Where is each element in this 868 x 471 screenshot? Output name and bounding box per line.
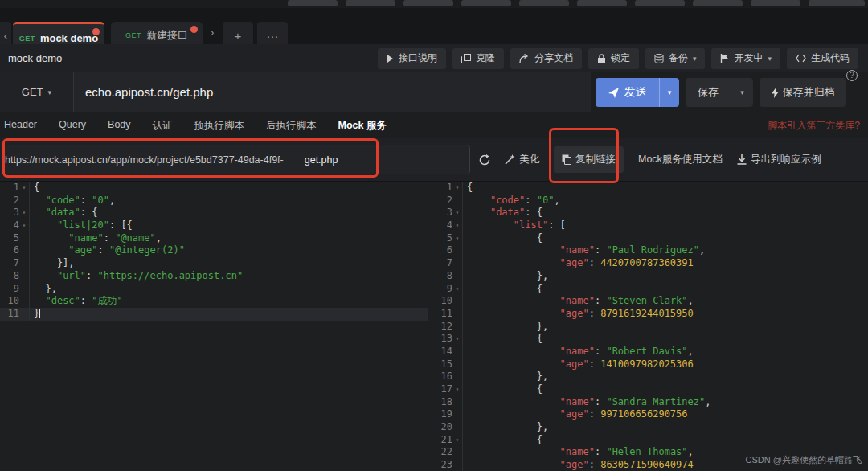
code-line: 17▾ {	[428, 383, 867, 396]
help-icon[interactable]: ?	[846, 70, 858, 81]
line-number: 11	[428, 308, 452, 321]
button-label: 开发中	[734, 51, 763, 65]
cutoff-button	[461, 0, 511, 6]
method-select[interactable]: GET ▾	[0, 72, 74, 112]
code-text: "age": 997106656290756	[462, 408, 867, 421]
code-text: "name": "@name",	[29, 232, 428, 245]
export-response-button[interactable]: 导出到响应示例	[737, 153, 821, 166]
clone-icon	[461, 54, 471, 63]
fold-arrow-icon[interactable]: ▾	[452, 232, 462, 245]
code-text: "name": "Sandra Martinez",	[462, 396, 867, 409]
line-number: 5	[428, 232, 452, 245]
code-text: "age": 8791619244015950	[462, 308, 867, 321]
lock-button[interactable]: 锁定	[588, 48, 639, 69]
wand-icon	[505, 154, 515, 165]
fold-gutter	[452, 321, 462, 334]
code-text: "age": 1410097982025306	[462, 358, 867, 371]
mock-template-editor[interactable]: 1▾{2 "code": "0",3▾ "data": {4▾ "list|20…	[0, 182, 428, 471]
fold-arrow-icon[interactable]: ▾	[452, 283, 462, 296]
method-badge: GET	[19, 35, 35, 43]
tab-header[interactable]: Header	[4, 119, 37, 133]
fold-arrow-icon[interactable]: ▾	[19, 219, 29, 232]
fold-arrow-icon[interactable]: ▾	[19, 182, 29, 195]
code-text: "data": {	[29, 207, 428, 219]
refresh-button[interactable]	[479, 154, 490, 166]
code-line: 20 },	[428, 421, 867, 434]
code-line: 7 "age": 4420700787360391	[428, 257, 867, 270]
fold-gutter	[452, 371, 462, 383]
line-number: 12	[428, 321, 452, 334]
clone-button[interactable]: 克隆	[452, 48, 504, 69]
copy-link-button[interactable]: 复制链接	[554, 146, 624, 173]
code-line: 1▾{	[428, 182, 867, 195]
fold-arrow-icon[interactable]: ▾	[19, 207, 29, 219]
generate-code-button[interactable]: 生成代码	[787, 48, 858, 69]
mock-actions: 美化 复制链接 Mock服务使用文档 导出到响应示例	[479, 138, 868, 181]
mock-response-preview[interactable]: 1▾{2 "code": "0",3▾ "data": {4▾ "list": …	[428, 182, 867, 471]
fold-arrow-icon[interactable]: ▾	[452, 434, 462, 447]
mock-path-text: get.php	[305, 154, 338, 166]
code-line: 11}	[0, 308, 428, 321]
apipost-window: ‹ GET mock demo GET 新建接口 › + ··· mock de…	[0, 0, 868, 471]
tab-query[interactable]: Query	[59, 119, 86, 133]
fold-arrow-icon[interactable]: ▾	[452, 207, 462, 219]
status-button[interactable]: 开发中 ▾	[711, 48, 780, 69]
copy-link-label: 复制链接	[575, 153, 616, 166]
api-doc-button[interactable]: 接口说明	[378, 48, 446, 69]
save-archive-button[interactable]: 保存并归档	[760, 78, 846, 107]
plus-icon: +	[235, 29, 242, 43]
mock-docs-link[interactable]: Mock服务使用文档	[638, 153, 723, 166]
fold-gutter	[452, 295, 462, 308]
button-label: 生成代码	[811, 51, 850, 65]
beautify-button[interactable]: 美化	[505, 153, 539, 166]
tab-body[interactable]: Body	[108, 119, 131, 133]
tab-post-script[interactable]: 后执行脚本	[266, 119, 317, 133]
section-tabs: Header Query Body 认证 预执行脚本 后执行脚本 Mock 服务	[4, 119, 387, 133]
code-line: 9 },	[0, 283, 428, 296]
fold-gutter	[452, 195, 462, 207]
line-number: 15	[428, 358, 452, 371]
refresh-icon	[479, 154, 490, 166]
code-line: 8 },	[428, 270, 867, 283]
tab-mock-service[interactable]: Mock 服务	[338, 119, 387, 133]
line-number: 10	[0, 295, 19, 308]
code-line: 9▾ {	[428, 283, 867, 296]
flag-icon	[720, 54, 729, 63]
cutoff-button	[751, 0, 800, 6]
mock-toolbar: https://mock.apipost.cn/app/mock/project…	[0, 138, 868, 181]
code-line: 1▾{	[0, 182, 428, 195]
fold-arrow-icon[interactable]: ▾	[452, 182, 462, 195]
backup-button[interactable]: 备份 ▾	[645, 48, 706, 69]
line-number: 2	[428, 195, 452, 207]
fold-gutter	[19, 283, 29, 296]
tab-pre-script[interactable]: 预执行脚本	[194, 119, 245, 133]
fold-gutter	[19, 295, 29, 308]
watermark: CSDN @兴趣使然的草帽路飞	[746, 454, 862, 466]
save-button[interactable]: 保存	[686, 78, 731, 107]
code-text: },	[462, 371, 867, 383]
fold-arrow-icon[interactable]: ▾	[452, 383, 462, 396]
chevron-down-icon: ▾	[740, 88, 744, 96]
send-button[interactable]: 发送	[596, 78, 659, 107]
mock-url-input[interactable]: https://mock.apipost.cn/app/mock/project…	[2, 145, 470, 174]
line-number: 3	[0, 207, 19, 219]
save-dropdown-button[interactable]: ▾	[731, 78, 753, 107]
line-number: 23	[428, 459, 452, 471]
fold-arrow-icon[interactable]: ▾	[452, 333, 462, 346]
tabs-scroll-right[interactable]: ›	[206, 26, 219, 39]
code-text: "list": [	[462, 219, 867, 232]
button-label: 接口说明	[399, 51, 437, 65]
third-party-lib-link[interactable]: 脚本引入第三方类库?	[768, 119, 860, 133]
url-text: echo.apipost.cn/get.php	[85, 85, 213, 99]
url-input[interactable]: echo.apipost.cn/get.php	[74, 72, 591, 112]
send-dropdown-button[interactable]: ▾	[659, 78, 679, 107]
tab-auth[interactable]: 认证	[153, 119, 173, 133]
code-text: "age": "@integer(2)"	[29, 244, 428, 257]
fold-arrow-icon[interactable]: ▾	[452, 219, 462, 232]
code-text: {	[462, 232, 867, 245]
code-line: 4▾ "list": [	[428, 219, 867, 232]
code-line: 13▾ {	[428, 333, 867, 346]
share-doc-button[interactable]: 分享文档	[510, 48, 582, 69]
text-cursor	[39, 309, 40, 318]
code-text: "name": "Steven Clark",	[462, 295, 867, 308]
